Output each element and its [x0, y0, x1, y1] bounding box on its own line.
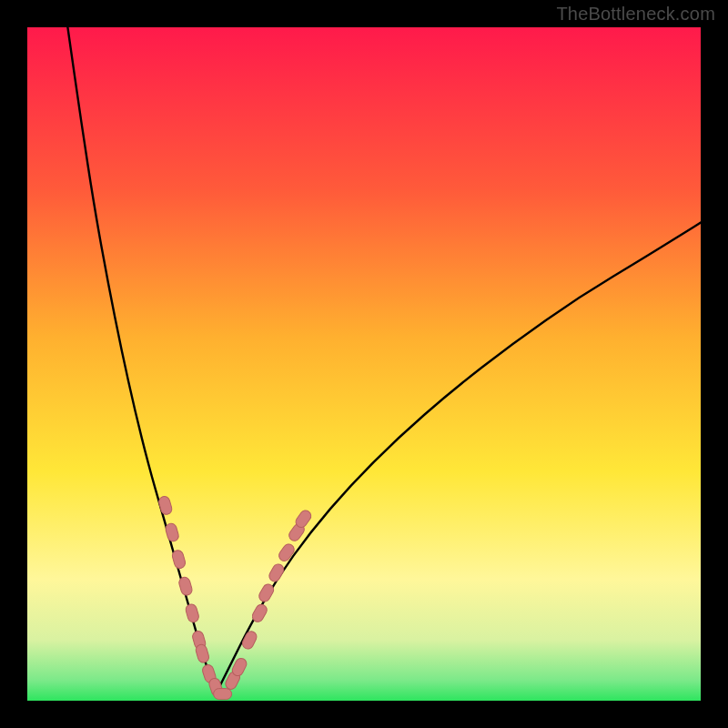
curve-layer [27, 27, 701, 701]
watermark-text: TheBottleneck.com [556, 4, 715, 25]
chart-frame: TheBottleneck.com [0, 0, 728, 728]
data-marker [277, 542, 296, 563]
plot-area [27, 27, 701, 701]
data-marker [177, 576, 193, 597]
data-marker [165, 522, 180, 543]
data-marker [157, 495, 173, 516]
curve-right-branch [216, 223, 701, 694]
marker-group [157, 495, 313, 699]
data-marker [171, 549, 187, 570]
data-marker [240, 630, 258, 651]
data-marker [214, 689, 232, 700]
data-marker [268, 562, 286, 583]
data-marker [195, 643, 210, 664]
curve-left-branch [67, 27, 216, 694]
data-marker [185, 603, 200, 624]
